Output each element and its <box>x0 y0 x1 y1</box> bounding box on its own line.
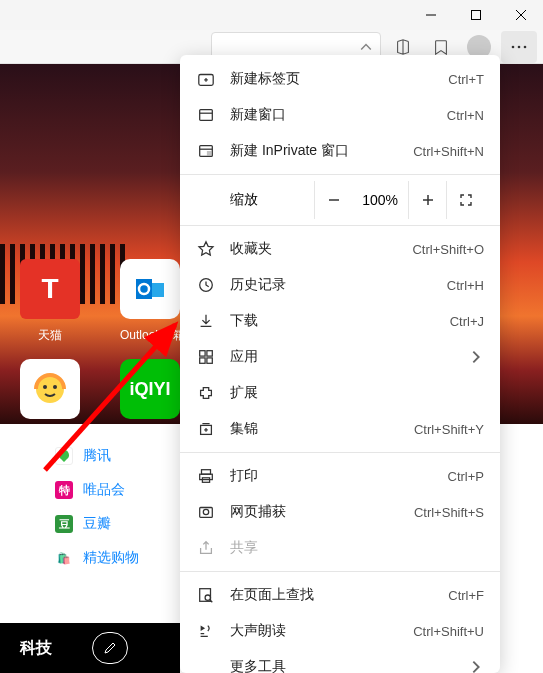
zoom-in-button[interactable] <box>408 181 446 219</box>
share-icon <box>196 538 216 558</box>
menu-label: 应用 <box>230 348 468 366</box>
tile-label: 天猫 <box>20 327 80 344</box>
svg-rect-24 <box>200 351 205 356</box>
quicklink-iqiyi[interactable]: iQIYI <box>120 359 180 427</box>
menu-shortcut: Ctrl+J <box>450 314 484 329</box>
edit-button[interactable] <box>92 632 128 664</box>
fav-label: 精选购物 <box>83 549 139 567</box>
svg-rect-26 <box>200 358 205 363</box>
menu-zoom: 缩放 100% <box>180 180 500 220</box>
svg-point-6 <box>524 45 527 48</box>
svg-point-4 <box>512 45 515 48</box>
zoom-out-button[interactable] <box>314 181 352 219</box>
blank-icon <box>196 657 216 673</box>
menu-downloads[interactable]: 下载 Ctrl+J <box>180 303 500 339</box>
more-menu-button[interactable] <box>501 31 537 63</box>
svg-point-10 <box>43 385 47 389</box>
svg-point-36 <box>203 509 208 514</box>
zoom-value: 100% <box>352 192 408 208</box>
fav-label: 唯品会 <box>83 481 125 499</box>
menu-shortcut: Ctrl+H <box>447 278 484 293</box>
menu-separator <box>180 452 500 453</box>
menu-new-window[interactable]: 新建窗口 Ctrl+N <box>180 97 500 133</box>
print-icon <box>196 466 216 486</box>
apps-icon <box>196 347 216 367</box>
tile-label: Outlook邮箱 <box>120 327 185 344</box>
menu-share: 共享 <box>180 530 500 566</box>
menu-apps[interactable]: 应用 <box>180 339 500 375</box>
new-tab-icon <box>196 69 216 89</box>
menu-label: 集锦 <box>230 420 414 438</box>
extensions-icon <box>196 383 216 403</box>
star-icon <box>196 239 216 259</box>
menu-shortcut: Ctrl+Shift+N <box>413 144 484 159</box>
menu-label: 扩展 <box>230 384 484 402</box>
menu-separator <box>180 225 500 226</box>
quicklink-tmall[interactable]: 天猫 <box>20 259 80 344</box>
svg-rect-25 <box>207 351 212 356</box>
svg-rect-27 <box>207 358 212 363</box>
settings-dropdown-menu: 新建标签页 Ctrl+T 新建窗口 Ctrl+N 新建 InPrivate 窗口… <box>180 55 500 673</box>
menu-label: 新建窗口 <box>230 106 447 124</box>
svg-point-5 <box>518 45 521 48</box>
menu-label: 网页捕获 <box>230 503 414 521</box>
menu-find-on-page[interactable]: 在页面上查找 Ctrl+F <box>180 577 500 613</box>
menu-label: 新建 InPrivate 窗口 <box>230 142 413 160</box>
menu-shortcut: Ctrl+N <box>447 108 484 123</box>
quicklink-lion[interactable] <box>20 359 80 427</box>
capture-icon <box>196 502 216 522</box>
read-aloud-icon <box>196 621 216 641</box>
history-icon <box>196 275 216 295</box>
menu-more-tools[interactable]: 更多工具 <box>180 649 500 673</box>
menu-label: 收藏夹 <box>230 240 412 258</box>
close-button[interactable] <box>498 0 543 30</box>
menu-label: 大声朗读 <box>230 622 413 640</box>
window-titlebar <box>0 0 543 30</box>
fullscreen-button[interactable] <box>446 181 484 219</box>
menu-new-inprivate[interactable]: 新建 InPrivate 窗口 Ctrl+Shift+N <box>180 133 500 169</box>
menu-collections[interactable]: 集锦 Ctrl+Shift+Y <box>180 411 500 447</box>
menu-extensions[interactable]: 扩展 <box>180 375 500 411</box>
menu-new-tab[interactable]: 新建标签页 Ctrl+T <box>180 61 500 97</box>
chevron-right-icon <box>468 659 484 673</box>
menu-read-aloud[interactable]: 大声朗读 Ctrl+Shift+U <box>180 613 500 649</box>
menu-shortcut: Ctrl+Shift+U <box>413 624 484 639</box>
maximize-button[interactable] <box>453 0 498 30</box>
menu-shortcut: Ctrl+F <box>448 588 484 603</box>
svg-rect-33 <box>200 474 213 479</box>
menu-label: 共享 <box>230 539 484 557</box>
zoom-label: 缩放 <box>230 191 314 209</box>
svg-rect-15 <box>200 110 213 121</box>
inprivate-icon <box>196 141 216 161</box>
menu-shortcut: Ctrl+Shift+S <box>414 505 484 520</box>
find-icon <box>196 585 216 605</box>
menu-shortcut: Ctrl+Shift+O <box>412 242 484 257</box>
minimize-button[interactable] <box>408 0 453 30</box>
menu-print[interactable]: 打印 Ctrl+P <box>180 458 500 494</box>
menu-shortcut: Ctrl+Shift+Y <box>414 422 484 437</box>
menu-shortcut: Ctrl+T <box>448 72 484 87</box>
menu-favorites[interactable]: 收藏夹 Ctrl+Shift+O <box>180 231 500 267</box>
menu-label: 更多工具 <box>230 658 468 673</box>
menu-separator <box>180 174 500 175</box>
collections-icon <box>196 419 216 439</box>
category-label: 科技 <box>20 638 52 659</box>
download-icon <box>196 311 216 331</box>
footer-bar: 科技 <box>0 623 180 673</box>
quicklink-outlook[interactable]: Outlook邮箱 <box>120 259 185 344</box>
svg-point-11 <box>53 385 57 389</box>
menu-label: 历史记录 <box>230 276 447 294</box>
new-window-icon <box>196 105 216 125</box>
menu-shortcut: Ctrl+P <box>448 469 484 484</box>
fav-label: 豆瓣 <box>83 515 111 533</box>
menu-history[interactable]: 历史记录 Ctrl+H <box>180 267 500 303</box>
menu-label: 下载 <box>230 312 450 330</box>
fav-label: 腾讯 <box>83 447 111 465</box>
chevron-right-icon <box>468 349 484 365</box>
menu-label: 新建标签页 <box>230 70 448 88</box>
svg-rect-32 <box>202 470 211 475</box>
menu-separator <box>180 571 500 572</box>
menu-web-capture[interactable]: 网页捕获 Ctrl+Shift+S <box>180 494 500 530</box>
svg-rect-19 <box>207 151 212 156</box>
svg-rect-1 <box>471 11 480 20</box>
